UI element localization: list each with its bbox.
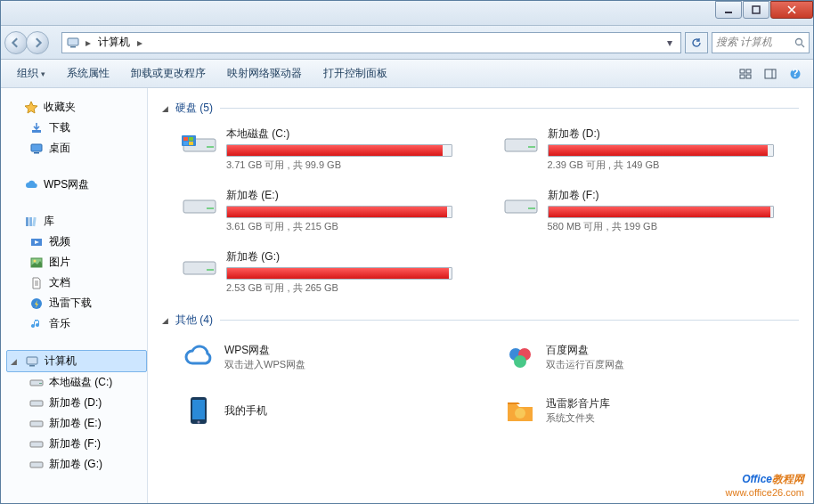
sidebar-item-label: 库 xyxy=(44,214,54,229)
organize-menu[interactable]: 组织 xyxy=(8,62,54,85)
drive-item[interactable]: 本地磁盘 (C:) 3.71 GB 可用 , 共 99.9 GB xyxy=(178,125,454,174)
sidebar-item-label: 新加卷 (G:) xyxy=(49,457,102,472)
drive-icon xyxy=(29,437,44,451)
sidebar-item-drive-e[interactable]: 新加卷 (E:) xyxy=(6,413,147,434)
address-box[interactable]: ▸ 计算机 ▸ ▾ xyxy=(61,32,681,53)
refresh-button[interactable] xyxy=(685,32,708,53)
svg-rect-17 xyxy=(31,144,42,151)
svg-rect-34 xyxy=(30,421,43,427)
desktop-icon xyxy=(29,142,44,156)
drive-item[interactable]: 新加卷 (F:) 580 MB 可用 , 共 199 GB xyxy=(500,186,776,235)
sidebar-item-label: 迅雷下载 xyxy=(49,296,92,311)
star-icon xyxy=(24,101,38,115)
sidebar-computer-header[interactable]: ◢ 计算机 xyxy=(6,350,147,372)
svg-rect-20 xyxy=(29,217,32,226)
other-item-name: WPS网盘 xyxy=(224,343,305,358)
sidebar-item-drive-d[interactable]: 新加卷 (D:) xyxy=(6,393,147,413)
svg-point-58 xyxy=(515,408,525,419)
svg-rect-5 xyxy=(70,46,76,48)
sidebar-item-label: 计算机 xyxy=(45,354,77,369)
toolbar: 组织 系统属性 卸载或更改程序 映射网络驱动器 打开控制面板 ? xyxy=(1,60,813,88)
other-item[interactable]: 百度网盘 双击运行百度网盘 xyxy=(500,337,776,378)
sidebar-wps[interactable]: WPS网盘 xyxy=(6,175,147,195)
capacity-bar xyxy=(548,206,774,218)
other-item[interactable]: 迅雷影音片库 系统文件夹 xyxy=(500,390,776,431)
uninstall-programs-button[interactable]: 卸载或更改程序 xyxy=(122,62,215,85)
sidebar-item-label: 下载 xyxy=(49,120,70,135)
content-pane: ◢ 硬盘 (5) 本地磁盘 (C:) 3.71 GB 可用 , 共 99.9 G… xyxy=(148,88,813,503)
back-button[interactable] xyxy=(4,31,28,54)
svg-rect-18 xyxy=(34,152,39,154)
sidebar-favorites-group: 收藏夹 下载 桌面 xyxy=(6,97,147,159)
forward-button[interactable] xyxy=(26,31,49,54)
computer-icon xyxy=(66,36,80,50)
sidebar-item-drive-f[interactable]: 新加卷 (F:) xyxy=(6,434,147,454)
titlebar xyxy=(1,1,813,26)
explorer-window: ▸ 计算机 ▸ ▾ 搜索 计算机 组织 系统属性 卸载或更改程序 映射网络驱动器… xyxy=(0,0,814,504)
sidebar-item-thunder[interactable]: 迅雷下载 xyxy=(6,293,147,313)
svg-rect-33 xyxy=(30,401,43,406)
sidebar-favorites-header[interactable]: 收藏夹 xyxy=(6,97,147,118)
other-item[interactable]: 我的手机 xyxy=(178,390,454,431)
svg-rect-11 xyxy=(746,75,751,78)
sidebar-item-downloads[interactable]: 下载 xyxy=(6,118,147,138)
svg-rect-41 xyxy=(189,137,193,141)
drive-icon xyxy=(29,458,44,472)
search-input[interactable]: 搜索 计算机 xyxy=(712,32,810,53)
sidebar-item-label: 桌面 xyxy=(49,141,70,156)
other-item[interactable]: WPS网盘 双击进入WPS网盘 xyxy=(178,337,454,378)
svg-rect-44 xyxy=(505,139,537,151)
collapse-icon: ◢ xyxy=(162,104,168,113)
other-item-sub: 系统文件夹 xyxy=(546,411,610,425)
svg-rect-38 xyxy=(207,146,214,148)
library-icon xyxy=(24,215,38,229)
sidebar-item-label: WPS网盘 xyxy=(44,177,89,192)
sidebar-item-label: 新加卷 (D:) xyxy=(49,395,102,411)
sidebar-item-desktop[interactable]: 桌面 xyxy=(6,138,147,159)
sidebar-item-pictures[interactable]: 图片 xyxy=(6,252,147,272)
svg-rect-51 xyxy=(207,269,214,271)
sidebar-item-drive-g[interactable]: 新加卷 (G:) xyxy=(6,454,147,475)
capacity-bar xyxy=(226,206,452,218)
chevron-right-icon[interactable]: ▸ xyxy=(84,37,93,49)
svg-line-7 xyxy=(802,45,804,47)
dropdown-history-icon[interactable]: ▾ xyxy=(663,36,677,50)
svg-rect-42 xyxy=(183,142,188,145)
sidebar-item-drive-c[interactable]: 本地磁盘 (C:) xyxy=(6,372,147,393)
preview-pane-button[interactable] xyxy=(760,63,781,85)
system-properties-button[interactable]: 系统属性 xyxy=(58,62,118,85)
chevron-right-icon[interactable]: ▸ xyxy=(135,37,144,49)
section-title: 其他 (4) xyxy=(175,313,213,328)
sidebar-item-videos[interactable]: 视频 xyxy=(6,232,147,252)
drive-capacity-text: 580 MB 可用 , 共 199 GB xyxy=(548,220,774,233)
watermark-text: 教程网 xyxy=(772,473,804,485)
other-section-header[interactable]: ◢ 其他 (4) xyxy=(162,313,799,328)
section-title: 硬盘 (5) xyxy=(175,101,213,116)
maximize-button[interactable] xyxy=(743,1,769,19)
drive-item[interactable]: 新加卷 (D:) 2.39 GB 可用 , 共 149 GB xyxy=(500,125,776,174)
drive-item[interactable]: 新加卷 (G:) 2.53 GB 可用 , 共 265 GB xyxy=(178,248,454,297)
sidebar-item-label: 图片 xyxy=(49,255,70,270)
sidebar-wps-group: WPS网盘 xyxy=(6,175,147,195)
drive-item[interactable]: 新加卷 (E:) 3.61 GB 可用 , 共 215 GB xyxy=(178,186,454,235)
sidebar-item-label: 新加卷 (F:) xyxy=(49,436,101,451)
help-button[interactable]: ? xyxy=(785,63,806,85)
control-panel-button[interactable]: 打开控制面板 xyxy=(314,62,396,85)
drives-section-header[interactable]: ◢ 硬盘 (5) xyxy=(162,101,799,116)
svg-rect-40 xyxy=(183,137,188,141)
svg-rect-50 xyxy=(183,262,216,274)
sidebar-item-label: 收藏夹 xyxy=(44,100,76,115)
svg-rect-19 xyxy=(26,217,28,226)
close-button[interactable] xyxy=(770,1,813,19)
view-options-button[interactable] xyxy=(735,63,756,85)
breadcrumb-computer[interactable]: 计算机 xyxy=(94,33,134,52)
minimize-button[interactable] xyxy=(715,1,742,19)
map-network-drive-button[interactable]: 映射网络驱动器 xyxy=(218,62,311,85)
sidebar-libraries-header[interactable]: 库 xyxy=(6,211,147,232)
phone-icon xyxy=(182,394,216,427)
drive-name: 新加卷 (F:) xyxy=(548,188,774,203)
divider xyxy=(220,108,799,109)
sidebar-item-music[interactable]: 音乐 xyxy=(6,313,147,334)
sidebar-item-documents[interactable]: 文档 xyxy=(6,272,147,293)
body: 收藏夹 下载 桌面 WPS网盘 xyxy=(1,88,813,503)
